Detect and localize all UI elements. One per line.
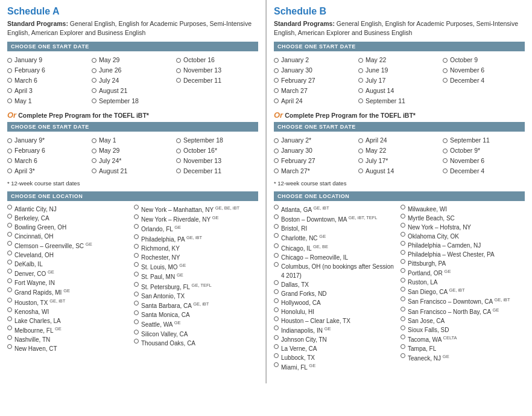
radio-circle[interactable] [274,88,279,93]
location-item[interactable]: Bowling Green, OH [7,223,131,232]
date-item[interactable]: October 16* [176,146,258,156]
radio-circle[interactable] [7,98,12,103]
date-item[interactable]: May 22 [358,146,440,156]
date-item[interactable]: September 11 [443,135,525,146]
radio-circle[interactable] [134,339,139,344]
radio-circle[interactable] [401,307,405,312]
location-item[interactable]: San Jose, CA [401,316,525,325]
radio-circle[interactable] [134,234,139,239]
date-item[interactable]: March 27 [274,86,356,96]
location-item[interactable]: Houston, TX GE, iBT [7,298,131,307]
date-item[interactable]: February 6 [7,146,89,156]
location-item[interactable]: Oklahoma City, OK [401,232,525,241]
radio-circle[interactable] [401,287,405,292]
location-item[interactable]: Thousand Oaks, CA [134,339,258,348]
location-item[interactable]: Teaneck, NJ GE [401,353,525,363]
location-item[interactable]: Bristol, RI [274,224,398,233]
radio-circle[interactable] [274,298,279,303]
radio-circle[interactable] [274,316,279,321]
radio-circle[interactable] [274,325,279,330]
radio-circle[interactable] [274,58,279,63]
location-item[interactable]: San Antonio, TX [134,292,258,301]
radio-circle[interactable] [7,88,12,93]
date-item[interactable]: December 4 [443,75,525,86]
location-item[interactable]: Cleveland, OH [7,251,131,260]
radio-circle[interactable] [176,149,181,153]
location-item[interactable]: Houston – Clear Lake, TX [274,316,398,325]
radio-circle[interactable] [274,214,279,219]
radio-circle[interactable] [274,138,279,143]
location-item[interactable]: Boston – Downtown, MA GE, iBT, TEFL [274,214,398,224]
date-item[interactable]: January 9 [7,55,89,65]
date-item[interactable]: January 2* [274,135,356,146]
radio-circle[interactable] [274,335,279,340]
date-item[interactable]: February 6 [7,65,89,75]
location-item[interactable]: Tacoma, WA CELTA [401,334,525,344]
location-item[interactable]: Grand Forks, ND [274,289,398,298]
date-item[interactable]: May 29 [92,146,174,156]
radio-circle[interactable] [358,168,363,173]
radio-circle[interactable] [92,58,97,63]
date-item[interactable]: April 24 [274,96,356,106]
location-item[interactable]: San Francisco – Downtown, CA GE, iBT [401,296,525,306]
location-item[interactable]: Milwaukee, WI [401,205,525,214]
radio-circle[interactable] [401,241,405,246]
date-item[interactable]: July 17 [358,75,440,86]
radio-circle[interactable] [134,224,139,229]
location-item[interactable]: Miami, FL GE [274,362,398,372]
radio-circle[interactable] [358,58,363,63]
radio-circle[interactable] [7,168,12,173]
radio-circle[interactable] [7,260,12,264]
radio-circle[interactable] [92,78,97,83]
radio-circle[interactable] [7,158,12,163]
radio-circle[interactable] [134,214,139,219]
radio-circle[interactable] [358,98,363,103]
radio-circle[interactable] [401,316,405,321]
radio-circle[interactable] [274,243,279,248]
radio-circle[interactable] [401,214,405,219]
date-item[interactable]: January 9* [7,135,89,146]
radio-circle[interactable] [134,292,139,296]
radio-circle[interactable] [274,68,279,73]
radio-circle[interactable] [401,205,405,210]
location-item[interactable]: San Diego, CA GE, iBT [401,287,525,296]
radio-circle[interactable] [92,138,97,143]
radio-circle[interactable] [401,259,405,264]
date-item[interactable]: March 27* [274,166,356,176]
date-item[interactable]: January 30 [274,65,356,75]
radio-circle[interactable] [358,158,363,163]
location-item[interactable]: Santa Monica, CA [134,310,258,319]
location-item[interactable]: St. Louis, MO GE [134,262,258,272]
radio-circle[interactable] [92,149,97,153]
radio-circle[interactable] [274,233,279,238]
location-item[interactable]: Philadelphia – West Chester, PA [401,250,525,259]
radio-circle[interactable] [7,344,12,349]
location-item[interactable]: Silicon Valley, CA [134,330,258,339]
radio-circle[interactable] [7,335,12,340]
date-item[interactable]: October 16 [176,55,258,65]
date-item[interactable]: July 17* [358,156,440,166]
location-item[interactable]: La Verne, CA [274,344,398,353]
date-item[interactable]: November 13 [176,156,258,166]
radio-circle[interactable] [7,241,12,246]
date-item[interactable]: April 3 [7,86,89,96]
radio-circle[interactable] [176,138,181,143]
radio-circle[interactable] [7,149,12,153]
radio-circle[interactable] [401,353,405,358]
radio-circle[interactable] [7,138,12,143]
date-item[interactable]: October 9 [443,55,525,65]
date-item[interactable]: June 19 [358,65,440,75]
radio-circle[interactable] [92,158,97,163]
location-item[interactable]: DeKalb, IL [7,260,131,269]
date-item[interactable]: November 6 [443,65,525,75]
location-item[interactable]: Berkeley, CA [7,214,131,223]
radio-circle[interactable] [401,232,405,237]
radio-circle[interactable] [274,205,279,210]
date-item[interactable]: July 24* [92,156,174,166]
radio-circle[interactable] [134,330,139,334]
location-item[interactable]: Pittsburgh, PA [401,259,525,268]
date-item[interactable]: November 6 [443,156,525,166]
radio-circle[interactable] [92,98,97,103]
radio-circle[interactable] [134,253,139,258]
radio-circle[interactable] [274,289,279,294]
